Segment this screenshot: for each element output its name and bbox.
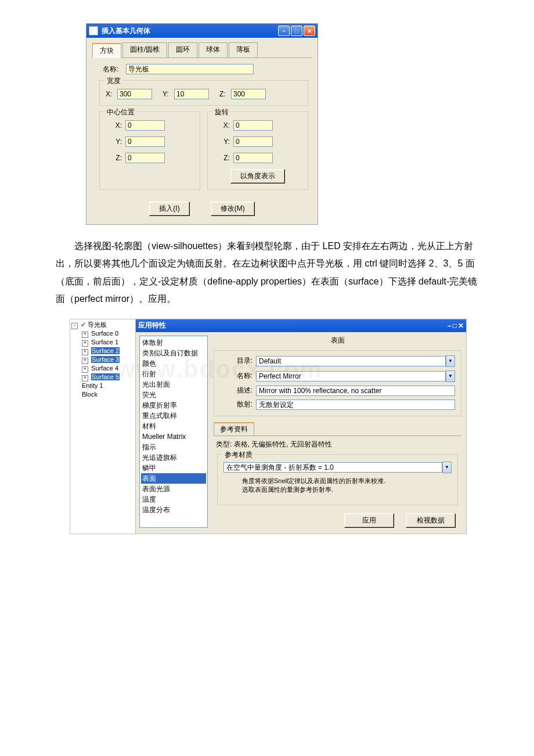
name-label: 名称: xyxy=(103,64,126,74)
tab-cylinder[interactable]: 圆柱/圆椎 xyxy=(122,42,167,57)
panel-title: 表面 xyxy=(214,336,461,345)
dialog2-titlebar: 应用特性 – □ ✕ xyxy=(136,319,466,332)
chevron-down-icon[interactable]: ▼ xyxy=(446,355,455,367)
center-z-label: Z: xyxy=(106,154,125,162)
center-group-label: 中心位置 xyxy=(104,107,137,117)
cat-color[interactable]: 颜色 xyxy=(141,358,206,369)
center-x-input[interactable] xyxy=(125,120,165,131)
width-y-input[interactable] xyxy=(174,89,209,99)
desc-label: 描述: xyxy=(220,386,256,395)
width-x-input[interactable] xyxy=(117,89,152,99)
catalog-label: 目录: xyxy=(220,356,256,366)
body-paragraph: 选择视图-轮廓图（view-silhouettes）来看到模型轮廓，由于 LED… xyxy=(56,237,478,308)
apply-properties-area: - ✔ 导光板 + Surface 0 + Surface 1 + Surfac… xyxy=(70,319,467,534)
surface-name-combo[interactable]: Perfect Mirror xyxy=(256,371,446,381)
cat-importance[interactable]: 重点式取样 xyxy=(141,411,206,421)
apply-button[interactable]: 应用 xyxy=(344,513,394,528)
catalog-combo[interactable]: Default xyxy=(256,356,446,366)
rotate-x-label: X: xyxy=(214,121,233,129)
check-icon: ✔ xyxy=(81,321,86,328)
ref-type-text: 类型: 表格, 无偏振特性, 无回射器特性 xyxy=(216,440,459,449)
cat-fluorescence[interactable]: 荧光 xyxy=(141,390,206,400)
tree-item-block[interactable]: Block xyxy=(82,391,98,398)
surface-settings-group: 目录: Default ▼ 名称: Perfect Mirror ▼ xyxy=(214,350,461,416)
rotate-group-label: 旋转 xyxy=(212,107,231,117)
maximize-button[interactable]: □ xyxy=(453,322,457,330)
cat-volumescatter[interactable]: 体散射 xyxy=(141,337,206,348)
cat-reptile[interactable]: 鳞甲 xyxy=(141,463,206,473)
tree-expand-icon[interactable]: + xyxy=(82,332,88,338)
insert-primitive-dialog: 插入基本几何体 – □ ✕ 方块 圆柱/圆椎 圆环 球体 薄板 名称: 宽度 xyxy=(86,23,318,225)
dialog1-titlebar: 插入基本几何体 – □ ✕ xyxy=(86,24,317,38)
view-data-button[interactable]: 检视数据 xyxy=(406,513,456,528)
tree-item-surface4[interactable]: Surface 4 xyxy=(91,365,118,372)
tree-item-surface5[interactable]: Surface 5 xyxy=(91,373,120,380)
tree-item-surface1[interactable]: Surface 1 xyxy=(91,339,118,345)
app-icon xyxy=(89,26,98,35)
tree-expand-icon[interactable]: + xyxy=(82,340,88,347)
cat-diffraction[interactable]: 衍射 xyxy=(141,369,206,379)
tree-expand-icon[interactable]: + xyxy=(82,358,88,364)
dialog1-title: 插入基本几何体 xyxy=(102,26,278,36)
dialog2-title: 应用特性 xyxy=(138,321,448,330)
angle-mode-button[interactable]: 以角度表示 xyxy=(230,169,285,183)
rotate-x-input[interactable] xyxy=(233,120,273,131)
scatter-field: 无散射设定 xyxy=(256,399,455,410)
width-x-label: X: xyxy=(106,90,117,98)
tree-expand-icon[interactable]: + xyxy=(82,349,88,355)
cat-mueller[interactable]: Mueller Matrix xyxy=(141,431,206,442)
rotate-y-input[interactable] xyxy=(233,136,273,147)
tree-expand-icon[interactable]: + xyxy=(82,375,88,381)
ref-material-combo[interactable]: 在空气中量测角度 - 折射系数 = 1.0 xyxy=(223,462,442,473)
cat-tempdist[interactable]: 温度分布 xyxy=(141,505,206,515)
rotate-z-label: Z: xyxy=(214,154,233,162)
cat-rayflags[interactable]: 光追迹旗标 xyxy=(141,452,206,463)
width-z-label: Z: xyxy=(219,90,231,98)
tree-item-surface3[interactable]: Surface 3 xyxy=(91,356,120,363)
maximize-button[interactable]: □ xyxy=(291,26,302,36)
tree-item-surface0[interactable]: Surface 0 xyxy=(91,330,118,337)
close-button[interactable]: ✕ xyxy=(304,26,315,36)
tree-root[interactable]: 导光板 xyxy=(88,321,107,328)
tab-reference[interactable]: 参考资料 xyxy=(214,422,254,435)
center-z-input[interactable] xyxy=(125,153,165,163)
category-list[interactable]: 体散射 类别以及自订数据 颜色 衍射 光出射面 荧光 梯度折射率 重点式取样 材… xyxy=(139,336,208,528)
cat-temperature[interactable]: 温度 xyxy=(141,494,206,505)
surface-name-label: 名称: xyxy=(220,371,256,381)
minimize-button[interactable]: – xyxy=(278,26,290,36)
rotate-z-input[interactable] xyxy=(233,153,273,163)
tab-thinsheet[interactable]: 薄板 xyxy=(229,42,258,57)
cat-material[interactable]: 材料 xyxy=(141,421,206,431)
width-y-label: Y: xyxy=(163,90,174,98)
modify-button[interactable]: 修改(M) xyxy=(211,201,255,216)
tab-block[interactable]: 方块 xyxy=(92,43,121,58)
name-input[interactable] xyxy=(126,64,254,74)
chevron-down-icon[interactable]: ▼ xyxy=(446,370,455,382)
tab-sphere[interactable]: 球体 xyxy=(199,42,228,57)
tree-item-surface2[interactable]: Surface 2 xyxy=(91,347,120,354)
cat-surfacesource[interactable]: 表面光源 xyxy=(141,484,206,494)
cat-custom[interactable]: 类别以及自订数据 xyxy=(141,348,206,358)
tab-torus[interactable]: 圆环 xyxy=(168,42,197,57)
center-y-input[interactable] xyxy=(125,136,165,147)
center-y-label: Y: xyxy=(106,138,125,146)
cat-indicate[interactable]: 指示 xyxy=(141,442,206,452)
tree-collapse-icon[interactable]: - xyxy=(71,323,78,329)
scatter-label: 散射: xyxy=(220,399,256,409)
shape-tabs: 方块 圆柱/圆椎 圆环 球体 薄板 xyxy=(92,42,312,58)
desc-field: Mirror with 100% reflectance, no scatter xyxy=(256,386,455,396)
rotate-y-label: Y: xyxy=(214,138,233,146)
ref-note: 角度将依据Snell定律以及表面属性的折射率来校准. 选取表面属性的量测参考折射… xyxy=(242,477,448,494)
ref-material-group-label: 参考材质 xyxy=(222,450,255,460)
cat-surface[interactable]: 表面 xyxy=(141,473,206,484)
insert-button[interactable]: 插入(I) xyxy=(149,201,189,216)
model-tree[interactable]: - ✔ 导光板 + Surface 0 + Surface 1 + Surfac… xyxy=(70,319,136,534)
cat-gradient[interactable]: 梯度折射率 xyxy=(141,400,206,411)
minimize-button[interactable]: – xyxy=(448,322,452,330)
chevron-down-icon[interactable]: ▼ xyxy=(442,462,452,473)
close-button[interactable]: ✕ xyxy=(458,322,464,330)
tree-expand-icon[interactable]: + xyxy=(82,366,88,373)
width-z-input[interactable] xyxy=(231,89,266,99)
tree-item-entity1[interactable]: Entity 1 xyxy=(82,382,103,389)
cat-exitsurface[interactable]: 光出射面 xyxy=(141,379,206,390)
